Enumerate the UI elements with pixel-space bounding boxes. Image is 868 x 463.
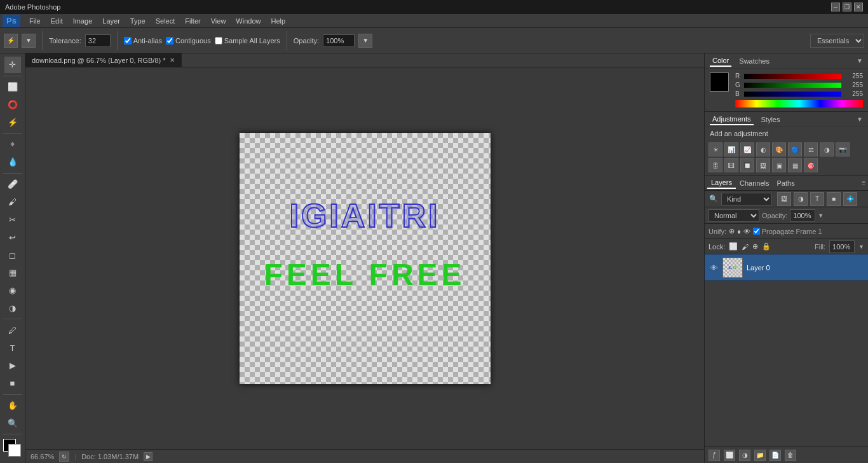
unify-visibility[interactable]: 👁: [743, 228, 750, 235]
zoom-rotate-icon[interactable]: ↻: [59, 452, 69, 462]
filter-type-adjustment[interactable]: ◑: [794, 192, 808, 206]
opacity-arrow[interactable]: ▼: [358, 34, 372, 48]
adj-bw[interactable]: ◑: [820, 142, 834, 156]
opacity-arrow-layers[interactable]: ▼: [818, 212, 824, 219]
channels-tab[interactable]: Channels: [736, 178, 773, 188]
layers-panel-menu[interactable]: ≡: [862, 179, 865, 186]
propagate-frame-checkbox[interactable]: [753, 228, 760, 235]
menu-view[interactable]: View: [206, 16, 231, 26]
tolerance-input[interactable]: [85, 34, 111, 47]
adj-selective-color[interactable]: 🎯: [804, 158, 818, 172]
tab-close-button[interactable]: ✕: [170, 57, 175, 64]
adj-invert[interactable]: 🔲: [740, 158, 754, 172]
type-tool[interactable]: T: [4, 340, 21, 356]
opacity-value-layers[interactable]: [790, 209, 815, 222]
path-select-tool[interactable]: ▶: [4, 357, 21, 374]
menu-type[interactable]: Type: [125, 16, 151, 26]
adj-hsl[interactable]: 🔵: [788, 142, 802, 156]
zoom-tool[interactable]: 🔍: [4, 415, 21, 431]
history-brush[interactable]: ↩: [4, 229, 21, 245]
new-layer-btn[interactable]: 📄: [770, 450, 781, 461]
contiguous-checkbox[interactable]: [166, 37, 173, 45]
paths-tab[interactable]: Paths: [773, 178, 799, 188]
color-tab[interactable]: Color: [710, 55, 731, 67]
adj-levels[interactable]: 📊: [724, 142, 738, 156]
filter-type-shape[interactable]: ■: [827, 192, 841, 206]
adj-curves[interactable]: 📈: [740, 142, 754, 156]
layer-row-0[interactable]: 👁 IG FF Layer 0: [705, 254, 868, 281]
magic-wand-tool-left[interactable]: ⚡: [4, 114, 21, 130]
color-swatch[interactable]: [3, 439, 22, 458]
filter-select[interactable]: Kind: [721, 193, 772, 205]
styles-tab[interactable]: Styles: [759, 114, 783, 125]
photoshop-canvas[interactable]: IGIAITRI FEEL FREE: [240, 133, 491, 384]
adj-brightness[interactable]: ☀: [709, 142, 722, 156]
menu-select[interactable]: Select: [151, 16, 180, 26]
close-button[interactable]: ✕: [854, 3, 863, 11]
swatches-tab[interactable]: Swatches: [736, 56, 772, 66]
filter-type-pixel[interactable]: 🖼: [777, 192, 791, 206]
pen-tool[interactable]: 🖊: [4, 322, 21, 338]
eraser-tool[interactable]: ◻: [4, 247, 21, 263]
adjustments-tab[interactable]: Adjustments: [710, 114, 754, 125]
fill-value[interactable]: [829, 240, 855, 253]
opacity-input[interactable]: [323, 34, 355, 47]
layer-visibility-icon[interactable]: 👁: [709, 263, 719, 273]
canvas-tab[interactable]: download.png @ 66.7% (Layer 0, RGB/8) * …: [25, 53, 182, 67]
menu-filter[interactable]: Filter: [180, 16, 205, 26]
minimize-button[interactable]: ─: [831, 3, 840, 11]
adj-gradient-map[interactable]: ▦: [788, 158, 802, 172]
menu-window[interactable]: Window: [231, 16, 266, 26]
layers-tab[interactable]: Layers: [707, 177, 736, 189]
adj-colorbal[interactable]: ⚖: [804, 142, 818, 156]
lock-transparent-pixels[interactable]: ⬜: [729, 242, 738, 251]
crop-tool[interactable]: ⌖: [4, 136, 21, 153]
clone-tool[interactable]: ✂: [4, 212, 21, 228]
adj-threshold[interactable]: ▣: [772, 158, 786, 172]
restore-button[interactable]: ❐: [843, 3, 851, 11]
adj-photo[interactable]: 📷: [836, 142, 850, 156]
sample-all-layers-checkbox[interactable]: [215, 37, 222, 45]
new-fill-adj-btn[interactable]: ◑: [739, 450, 750, 461]
eyedropper-tool[interactable]: 💧: [4, 154, 21, 170]
lock-all[interactable]: 🔒: [762, 242, 771, 251]
adj-panel-collapse[interactable]: ▼: [857, 116, 863, 123]
color-panel-collapse[interactable]: ▼: [857, 57, 863, 64]
healing-tool[interactable]: 🩹: [4, 176, 21, 193]
blend-mode-select[interactable]: Normal: [709, 209, 759, 222]
lasso-tool[interactable]: ⭕: [4, 97, 21, 113]
menu-help[interactable]: Help: [266, 16, 290, 26]
essentials-select[interactable]: Essentials: [810, 34, 864, 48]
filter-type-smart[interactable]: 💠: [843, 192, 857, 206]
unify-position[interactable]: ⊕: [729, 227, 735, 235]
dodge-tool[interactable]: ◑: [4, 300, 21, 317]
blur-tool[interactable]: ◉: [4, 282, 21, 299]
filter-type-text[interactable]: T: [810, 192, 824, 206]
hand-tool[interactable]: ✋: [4, 397, 21, 414]
lock-image-pixels[interactable]: 🖌: [742, 243, 749, 251]
lock-position[interactable]: ⊕: [752, 242, 758, 251]
adj-poster[interactable]: 🖼: [756, 158, 770, 172]
magic-wand-tool[interactable]: ⚡: [4, 34, 18, 48]
delete-layer-btn[interactable]: 🗑: [785, 450, 796, 461]
brush-tool[interactable]: 🖌: [4, 194, 21, 211]
menu-layer[interactable]: Layer: [97, 16, 125, 26]
unify-style[interactable]: ♦: [737, 228, 741, 235]
menu-image[interactable]: Image: [68, 16, 98, 26]
color-spectrum[interactable]: [735, 100, 863, 107]
menu-edit[interactable]: Edit: [46, 16, 68, 26]
new-group-btn[interactable]: 📁: [754, 450, 766, 461]
adj-mixer[interactable]: 🎛: [709, 158, 722, 172]
add-layer-style-btn[interactable]: ƒ: [709, 450, 720, 461]
color-preview-box[interactable]: [710, 73, 729, 92]
adj-colorlookup[interactable]: 🎞: [724, 158, 738, 172]
tool-options[interactable]: ▼: [22, 34, 36, 48]
adj-exposure[interactable]: ◐: [756, 142, 770, 156]
anti-alias-checkbox[interactable]: [124, 37, 132, 45]
shape-tool[interactable]: ■: [4, 375, 21, 392]
canvas-content[interactable]: IGIAITRI FEEL FREE: [25, 67, 704, 449]
move-tool[interactable]: ✛: [4, 57, 21, 73]
adj-vibrance[interactable]: 🎨: [772, 142, 786, 156]
marquee-tool[interactable]: ⬜: [4, 79, 21, 95]
add-mask-btn[interactable]: ⬜: [724, 450, 735, 461]
